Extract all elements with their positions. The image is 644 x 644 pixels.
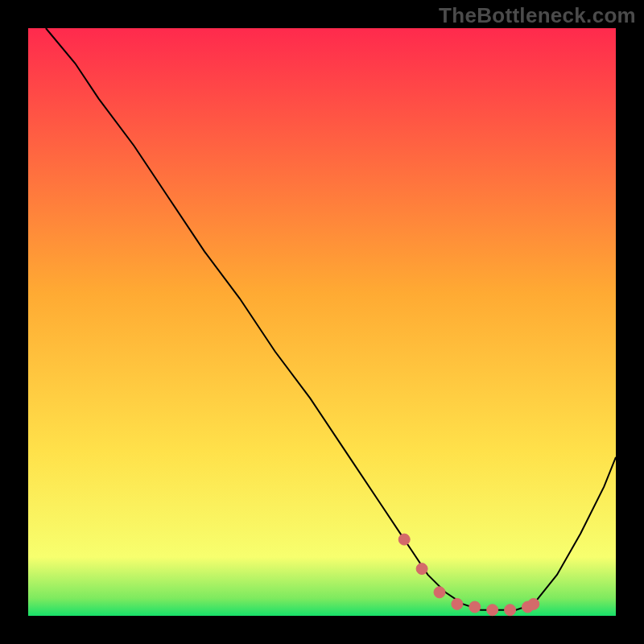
optimal-dot bbox=[505, 605, 516, 616]
optimal-dot bbox=[398, 534, 410, 545]
optimal-dot bbox=[469, 601, 481, 613]
watermark-text: TheBottleneck.com bbox=[439, 3, 636, 28]
optimal-dot bbox=[434, 587, 445, 598]
optimal-dot bbox=[487, 605, 498, 616]
optimal-dot bbox=[416, 564, 427, 575]
chart-container: TheBottleneck.com bbox=[0, 0, 644, 644]
plot-area-gradient bbox=[28, 28, 616, 616]
bottleneck-chart bbox=[0, 0, 644, 644]
optimal-dot bbox=[528, 598, 539, 609]
optimal-dot bbox=[452, 598, 463, 609]
